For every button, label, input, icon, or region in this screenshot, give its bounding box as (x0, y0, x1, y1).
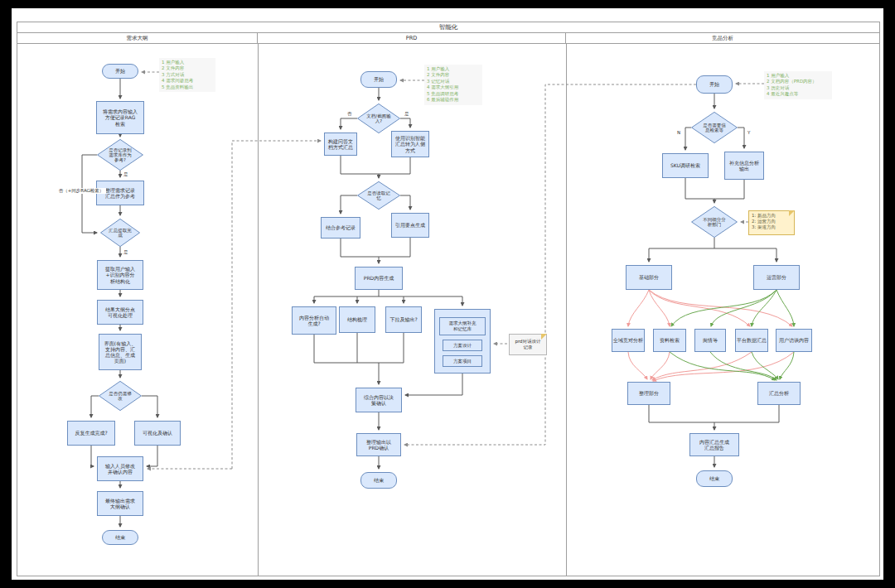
terminal-start-left: 开始 (102, 64, 138, 79)
process-competitor-analysis: 全域竞对分析 (612, 329, 645, 352)
group-prd-sections: 需求大纲补充 和记忆库 方案设计 方案项目 (434, 309, 491, 374)
edge-label-no: 否 (346, 111, 353, 117)
edge-label-y: Y (747, 130, 751, 135)
decision-label: 文档/截图输 入? (366, 113, 390, 124)
process-dropdown-output: 下拉及输出? (385, 306, 422, 333)
decision-recorded-in-library: 是否记录到 需求库作为 参考? (97, 139, 143, 171)
note-prd-dialog-record: prd对话设计 记录 (509, 334, 547, 355)
terminal-end-middle: 结束 (360, 472, 397, 489)
diagram-stage: 智能化 需求大纲 PRD 竞品分析 (0, 0, 895, 588)
process-summary-analysis: 汇总分析 (757, 382, 801, 405)
decision-analysis-segment: 不同细分分 析部门 (691, 206, 738, 238)
process-extract-structure: 提取用户输入 +识别内容分 析结构化 (97, 260, 143, 290)
decision-need-modify: 是否仍需修 改 (99, 381, 142, 411)
edge-label-yes: 是 (404, 111, 410, 117)
process-prd-generate: PRD内容生成 (355, 267, 403, 290)
decision-label: 是否仍需修 改 (109, 391, 132, 402)
decision-label: 是否读取记 忆 (367, 190, 390, 201)
inner-solution-project: 方案项目 (443, 355, 482, 367)
process-user-interview: 用户访谈内容 (776, 329, 812, 352)
process-recognize-convert: 使用识别智能 汇总转为人侧 方式 (391, 131, 429, 157)
edge-label-n: N (676, 130, 681, 135)
process-auto-analysis: 内容分析自动 生成? (292, 306, 336, 335)
process-organize-part: 整理部分 (627, 382, 670, 405)
process-build-qa-summary: 构建问答文 档方式汇总 (324, 133, 357, 156)
process-combine-reference: 结合参考记录 (321, 217, 360, 239)
lane-divider-2 (566, 43, 567, 576)
process-operation-part: 运营部分 (753, 265, 800, 290)
process-basic-part: 基础部分 (626, 265, 672, 290)
lane-divider-1 (258, 43, 259, 576)
process-platform-data: 平台数据汇总 (735, 329, 768, 352)
terminal-end-right: 结束 (696, 470, 733, 487)
decision-label: 是否记录到 需求库作为 参考? (109, 147, 132, 163)
note-right-inputs: 1 用户输入 2 文档内容（PRD内容） 3 历史对话 4 最近兴趣点等 (764, 71, 832, 99)
decision-label: 是否需要信 息检索等 (703, 123, 726, 133)
process-interface-output: 界面(有输入、 支持内容、汇 总信息、生成 页面) (99, 334, 142, 370)
decision-doc-screenshot-input: 文档/截图输 入? (357, 104, 400, 133)
edge-label-yes-2: 是 (123, 249, 129, 255)
edge-label-yes-1: 是 (123, 171, 129, 177)
process-supplement-info: 补充信息分析 输出 (724, 152, 764, 180)
process-final-prd-confirm: 整理输出以 PRD确认 (356, 433, 401, 456)
process-cite-keypoints: 引用要点生成 (391, 213, 429, 238)
decision-label: 汇总提取完 成 (109, 228, 132, 239)
decision-summary-complete: 汇总提取完 成 (100, 219, 140, 247)
inner-solution-design: 方案设计 (443, 340, 482, 351)
process-structure-sort: 结构梳理 (339, 306, 375, 333)
decision-label: 不同细分分 析部门 (703, 217, 726, 228)
process-final-outline: 最终输出需求 大纲确认 (97, 491, 143, 516)
process-material-retrieval: 资料检索 (653, 329, 686, 352)
process-visual-confirm: 可视化及确认 (134, 421, 181, 446)
decision-need-retrieval: 是否需要信 息检索等 (691, 112, 738, 143)
decision-read-memory: 是否读取记 忆 (357, 181, 400, 210)
note-middle-inputs: 1 用户输入 2 文件内容 3 记忆对话 4 需求大纲引用 5 竞品调研思考 6… (424, 65, 482, 105)
pool-title: 智能化 (17, 22, 880, 33)
process-input-rag: 将需求内容输入 方便记录RAG 检索 (96, 101, 144, 134)
process-sku-research: SKU调研检索 (662, 153, 709, 178)
sticky-direction-options: 1: 新品方向 2: 运营方向 3: 渠道方向 (748, 210, 795, 235)
process-generate-report: 内容汇总生成 汇总报告 (689, 433, 739, 456)
process-public-opinion: 舆情等 (694, 329, 726, 352)
inner-outline-memory: 需求大纲补充 和记忆库 (439, 317, 486, 335)
terminal-end-left: 结束 (102, 530, 138, 545)
terminal-start-right: 开始 (696, 75, 733, 94)
process-manual-edit-confirm: 输入人员修改 并确认内容 (97, 456, 143, 481)
edge-label-no-rag: 否（+同步RAG检索） (56, 188, 106, 194)
process-regenerate: 反复生成完成? (67, 421, 115, 446)
process-outline-visualize: 结果大纲分点 可视化处理 (97, 300, 143, 325)
process-combine-decide: 综合内容以决 策确认 (356, 388, 402, 412)
terminal-start-middle: 开始 (360, 71, 397, 88)
note-left-inputs: 1 用户输入 2 文件内容 3 方式对话 4 需求问题思考 5 竞品资料输出 (159, 58, 215, 92)
